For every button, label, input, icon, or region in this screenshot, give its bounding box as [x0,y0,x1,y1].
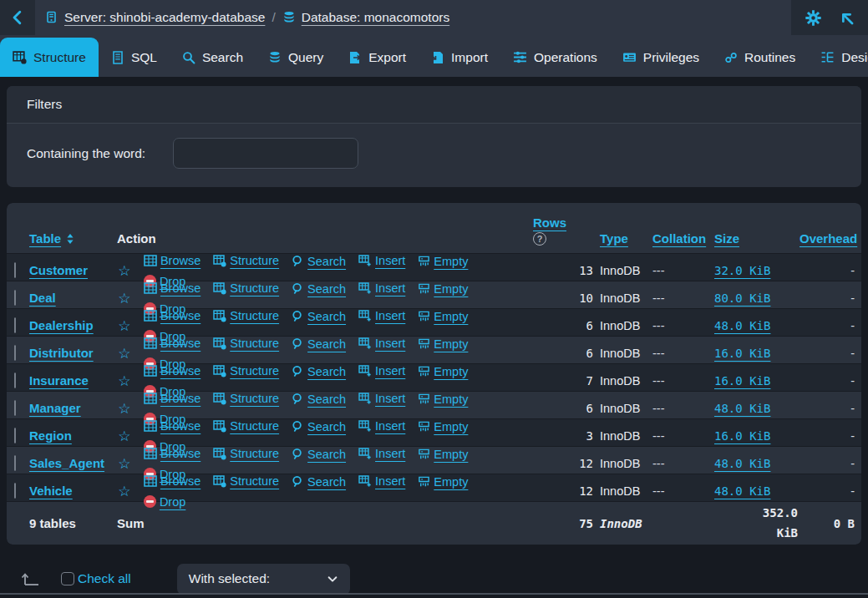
insert-link[interactable]: Insert [358,474,405,488]
table-name-link[interactable]: Customer [29,263,88,277]
search-link[interactable]: Search [292,365,346,378]
browse-link[interactable]: Browse [144,447,201,460]
size-link[interactable]: 48.0 KiB [714,319,770,332]
table-name-link[interactable]: Region [29,428,72,443]
tab-designer[interactable]: Designer [808,38,868,77]
structure-link[interactable]: Structure [213,281,279,295]
empty-link[interactable]: Empty [418,282,468,296]
table-name-link[interactable]: Sales_Agent [29,456,104,470]
row-checkbox[interactable] [14,317,16,333]
insert-link[interactable]: Insert [358,281,405,295]
browse-link[interactable]: Browse [144,281,201,295]
insert-link[interactable]: Insert [358,447,405,460]
containing-word-input[interactable] [173,138,358,169]
structure-link[interactable]: Structure [213,447,279,460]
row-checkbox[interactable] [14,455,16,471]
favorite-star-icon[interactable]: ☆ [117,428,132,445]
empty-link[interactable]: Empty [418,310,468,323]
sort-by-size-link[interactable]: Size [714,231,739,246]
favorite-star-icon[interactable]: ☆ [117,262,132,280]
browse-link[interactable]: Browse [144,254,201,267]
favorite-star-icon[interactable]: ☆ [117,372,132,390]
empty-link[interactable]: Empty [418,475,468,489]
drop-link[interactable]: Drop [144,495,185,509]
empty-link[interactable]: Empty [418,448,468,461]
table-name-link[interactable]: Distributor [29,346,94,360]
row-checkbox[interactable] [14,345,16,361]
size-link[interactable]: 16.0 KiB [714,374,770,388]
settings-gear-icon[interactable] [805,9,822,27]
empty-link[interactable]: Empty [418,393,468,406]
sort-by-table-link[interactable]: Table [29,231,61,246]
sort-arrows-icon[interactable] [66,233,74,245]
favorite-star-icon[interactable]: ☆ [117,290,132,307]
browse-link[interactable]: Browse [144,392,201,405]
table-name-link[interactable]: Dealership [29,318,94,332]
tab-privileges[interactable]: Privileges [610,38,712,77]
table-name-link[interactable]: Insurance [29,373,89,388]
back-button[interactable] [0,0,35,35]
browse-link[interactable]: Browse [144,419,201,433]
insert-link[interactable]: Insert [358,392,405,405]
structure-link[interactable]: Structure [213,309,279,322]
structure-link[interactable]: Structure [213,364,279,378]
size-link[interactable]: 16.0 KiB [714,347,770,360]
rows-help-icon[interactable]: ? [533,232,546,246]
structure-link[interactable]: Structure [213,254,279,267]
favorite-star-icon[interactable]: ☆ [117,483,132,500]
search-link[interactable]: Search [292,310,346,323]
browse-link[interactable]: Browse [144,364,201,378]
database-breadcrumb-link[interactable]: Database: monacomotors [282,10,449,25]
search-link[interactable]: Search [292,255,346,268]
tab-routines[interactable]: Routines [712,38,808,77]
check-all-checkbox[interactable] [61,572,74,585]
row-checkbox[interactable] [14,262,16,278]
insert-link[interactable]: Insert [358,419,405,433]
structure-link[interactable]: Structure [213,419,279,433]
row-checkbox[interactable] [14,483,16,499]
structure-link[interactable]: Structure [213,392,279,405]
browse-link[interactable]: Browse [144,337,201,350]
empty-link[interactable]: Empty [418,420,468,433]
structure-link[interactable]: Structure [213,474,279,488]
empty-link[interactable]: Empty [418,365,468,378]
tab-search[interactable]: Search [170,38,256,77]
favorite-star-icon[interactable]: ☆ [117,455,132,473]
collapse-panel-icon[interactable] [839,10,855,26]
table-name-link[interactable]: Manager [29,401,81,415]
tab-query[interactable]: Query [256,38,336,77]
row-checkbox[interactable] [14,290,16,306]
empty-link[interactable]: Empty [418,255,468,268]
row-checkbox[interactable] [14,400,16,416]
size-link[interactable]: 32.0 KiB [714,264,770,277]
favorite-star-icon[interactable]: ☆ [117,345,132,362]
row-checkbox[interactable] [14,428,16,443]
tab-operations[interactable]: Operations [500,38,610,77]
with-selected-dropdown[interactable]: With selected: [177,564,350,595]
size-link[interactable]: 48.0 KiB [714,457,770,470]
favorite-star-icon[interactable]: ☆ [117,400,132,418]
search-link[interactable]: Search [292,337,346,351]
sort-by-type-link[interactable]: Type [600,231,628,246]
size-link[interactable]: 16.0 KiB [714,429,770,443]
row-checkbox[interactable] [14,372,16,388]
size-link[interactable]: 80.0 KiB [714,291,770,305]
table-name-link[interactable]: Deal [29,291,56,305]
browse-link[interactable]: Browse [144,474,201,488]
tab-import[interactable]: Import [419,38,500,77]
tab-export[interactable]: Export [336,38,419,77]
sort-by-rows-link[interactable]: Rows [533,215,566,230]
insert-link[interactable]: Insert [358,254,405,267]
sort-by-overhead-link[interactable]: Overhead [799,231,857,246]
browse-link[interactable]: Browse [144,309,201,322]
server-breadcrumb-link[interactable]: Server: shinobi-academy-database [45,10,265,25]
check-all-label[interactable]: Check all [78,571,131,586]
insert-link[interactable]: Insert [358,364,405,378]
search-link[interactable]: Search [292,475,346,489]
size-link[interactable]: 48.0 KiB [714,484,770,498]
favorite-star-icon[interactable]: ☆ [117,317,132,335]
tab-sql[interactable]: SQL [99,38,170,77]
insert-link[interactable]: Insert [358,309,405,322]
search-link[interactable]: Search [292,420,346,433]
search-link[interactable]: Search [292,448,346,461]
